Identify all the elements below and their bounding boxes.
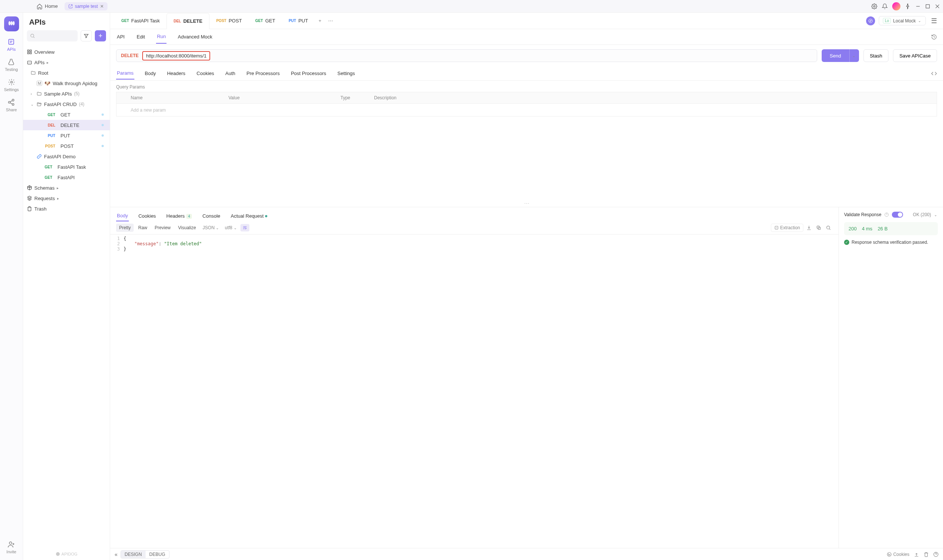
tree-endpoint-post[interactable]: POST POST — [23, 141, 110, 151]
tree-endpoint-get[interactable]: GET GET — [23, 109, 110, 120]
resize-handle[interactable]: ⋯ — [110, 202, 943, 207]
mode-debug[interactable]: DEBUG — [146, 551, 169, 558]
app-logo[interactable] — [4, 17, 19, 31]
format-select[interactable]: JSON ⌄ — [200, 224, 221, 232]
send-dropdown[interactable]: ⌄ — [849, 49, 859, 62]
reqtab-headers[interactable]: Headers — [166, 68, 186, 79]
view-preview[interactable]: Preview — [152, 224, 174, 232]
api-tab-post[interactable]: POSTPOST — [209, 13, 249, 29]
agent-button[interactable] — [866, 17, 875, 25]
view-pretty[interactable]: Pretty — [116, 224, 134, 232]
reqtab-post[interactable]: Post Processors — [290, 68, 327, 79]
tree-requests[interactable]: Requests ▸ — [23, 193, 110, 203]
tree-apis-root[interactable]: APIs ▸ — [23, 57, 110, 68]
trash-button[interactable] — [924, 552, 929, 557]
subtab-api[interactable]: API — [116, 30, 125, 43]
minimize-icon[interactable] — [915, 4, 921, 9]
resptab-cookies[interactable]: Cookies — [138, 211, 157, 221]
rail-share[interactable]: Share — [6, 98, 17, 112]
upload-button[interactable] — [914, 552, 919, 557]
resptab-body[interactable]: Body — [116, 211, 129, 222]
tree-schemas[interactable]: Schemas ▸ — [23, 183, 110, 193]
new-tab-button[interactable]: + — [315, 18, 325, 23]
chevron-down-icon[interactable]: ⌄ — [934, 213, 938, 217]
validate-toggle[interactable] — [892, 212, 903, 218]
response-body[interactable]: 1{ 2 "message": "Item deleted" 3} — [110, 234, 838, 548]
tree-endpoint-delete[interactable]: DEL DELETE — [23, 120, 110, 130]
cookies-button[interactable]: Cookies — [887, 552, 909, 557]
close-window-icon[interactable] — [935, 4, 940, 9]
tree-walkthrough[interactable]: M 🐶 Walk through Apidog — [23, 78, 110, 88]
resptab-console[interactable]: Console — [202, 211, 221, 221]
download-button[interactable] — [805, 224, 813, 232]
tree-overview[interactable]: Overview — [23, 47, 110, 57]
help-button[interactable] — [933, 552, 938, 557]
reqtab-settings[interactable]: Settings — [337, 68, 356, 79]
encoding-select[interactable]: utf8 ⌄ — [223, 224, 238, 232]
close-tab-icon[interactable]: ✕ — [100, 4, 104, 9]
home-button[interactable]: Home — [33, 2, 62, 11]
bell-icon[interactable] — [882, 3, 888, 9]
api-tab-put[interactable]: PUTPUT — [282, 13, 315, 29]
reqtab-body[interactable]: Body — [144, 68, 157, 79]
maximize-icon[interactable] — [925, 4, 930, 9]
api-tab-delete[interactable]: DELDELETE — [166, 13, 209, 29]
trash-icon — [924, 552, 929, 557]
save-apicase-button[interactable]: Save APICase — [893, 49, 937, 62]
api-tab-task[interactable]: GETFastAPI Task — [115, 13, 166, 29]
view-raw[interactable]: Raw — [135, 224, 150, 232]
tree-endpoint-fastapi[interactable]: GET FastAPI — [23, 172, 110, 183]
tabs-more-button[interactable]: ⋯ — [325, 18, 335, 23]
api-tree: Overview APIs ▸ Root M 🐶 Walk through Ap… — [23, 45, 110, 548]
reqtab-pre[interactable]: Pre Processors — [246, 68, 280, 79]
project-tab[interactable]: sample test ✕ — [65, 2, 108, 11]
resptab-headers[interactable]: Headers4 — [166, 211, 193, 221]
rail-apis[interactable]: APIs — [7, 38, 16, 52]
tree-root-folder[interactable]: Root — [23, 68, 110, 78]
sidebar-search[interactable] — [27, 30, 78, 42]
extraction-button[interactable]: Extraction — [771, 224, 803, 232]
send-button[interactable]: Send — [821, 49, 849, 62]
svg-point-22 — [826, 226, 829, 229]
tree-sample-apis[interactable]: › Sample APIs (5) — [23, 88, 110, 99]
search-response-button[interactable] — [824, 224, 832, 232]
tree-fastapi-crud[interactable]: ⌄ FastAPI CRUD (4) — [23, 99, 110, 109]
code-snippet-button[interactable] — [931, 71, 937, 77]
sidebar-add-button[interactable]: + — [95, 30, 106, 42]
rail-invite[interactable]: Invite — [6, 541, 16, 554]
tree-trash[interactable]: Trash — [23, 203, 110, 214]
stash-button[interactable]: Stash — [863, 49, 889, 62]
params-new-row[interactable]: Add a new param — [116, 104, 937, 117]
sidebar-filter[interactable] — [81, 30, 92, 42]
resptab-actual[interactable]: Actual Request — [230, 211, 268, 221]
tree-endpoint-task[interactable]: GET FastAPI Task — [23, 162, 110, 172]
api-tab-get[interactable]: GETGET — [249, 13, 282, 29]
avatar[interactable] — [892, 2, 900, 11]
subtab-edit[interactable]: Edit — [136, 30, 146, 43]
testing-icon — [8, 58, 15, 66]
rail-testing[interactable]: Testing — [5, 58, 18, 72]
history-button[interactable] — [931, 34, 937, 40]
subtab-run[interactable]: Run — [156, 30, 166, 44]
view-visualize[interactable]: Visualize — [175, 224, 199, 232]
rail-settings[interactable]: Settings — [4, 78, 19, 92]
url-input[interactable]: http://localhost:8000/items/1 — [142, 51, 210, 60]
reqtab-cookies[interactable]: Cookies — [196, 68, 215, 79]
pin-icon[interactable] — [905, 3, 911, 9]
environment-select[interactable]: Lo Local Mock ⌄ — [879, 16, 926, 25]
cube-icon — [27, 185, 32, 191]
panel-toggle-button[interactable]: ☰ — [929, 17, 938, 25]
tree-fastapi-demo[interactable]: FastAPI Demo — [23, 151, 110, 162]
reqtab-params[interactable]: Params — [116, 67, 134, 80]
copy-button[interactable] — [815, 224, 823, 232]
wrap-toggle[interactable] — [240, 224, 249, 231]
rail-settings-label: Settings — [4, 88, 19, 92]
mode-design[interactable]: DESIGN — [121, 551, 146, 558]
url-input-group[interactable]: DELETE http://localhost:8000/items/1 — [116, 49, 817, 62]
gear-icon[interactable] — [871, 3, 877, 9]
reqtab-auth[interactable]: Auth — [225, 68, 236, 79]
collapse-button[interactable]: « — [115, 551, 118, 557]
tree-endpoint-put[interactable]: PUT PUT — [23, 130, 110, 141]
help-icon[interactable] — [885, 212, 889, 217]
subtab-mock[interactable]: Advanced Mock — [177, 30, 213, 43]
